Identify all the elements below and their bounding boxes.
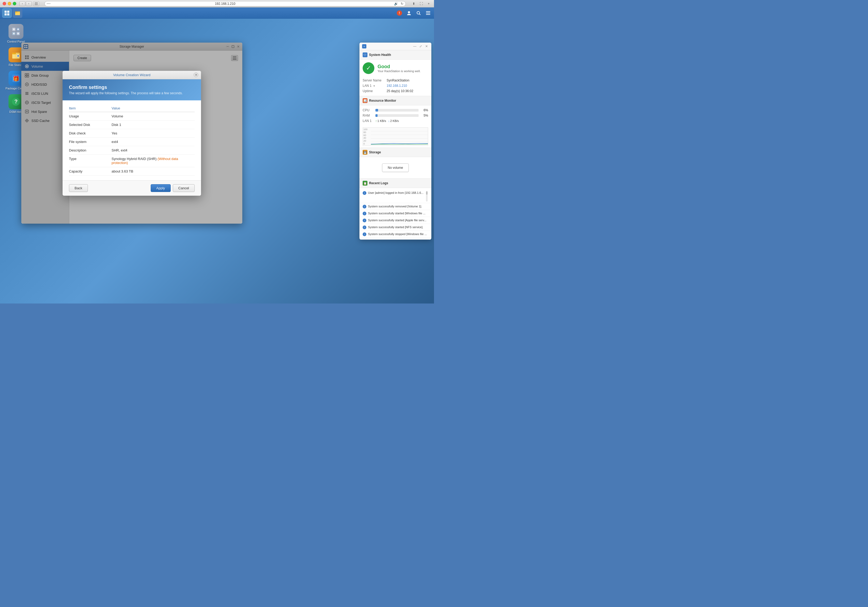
sp-minimize-btn[interactable]: — — [413, 44, 417, 48]
storage-title: Storage — [369, 150, 381, 154]
lan-speed-label: LAN 1 — [363, 119, 373, 123]
svg-point-22 — [13, 28, 15, 30]
health-desc-label: Your RackStation is working well. — [378, 70, 428, 73]
notifications-button[interactable]: ! — [396, 9, 403, 17]
svg-rect-9 — [15, 11, 17, 12]
sp-titlebar: + — ⤢ ✕ — [360, 43, 431, 50]
log-info-icon: i — [363, 205, 366, 209]
sidebar-toggle-button[interactable] — [33, 2, 39, 6]
svg-rect-4 — [7, 11, 9, 13]
cancel-button[interactable]: Cancel — [173, 184, 195, 192]
lan-down-speed: ↓ 2 KB/s — [388, 119, 399, 122]
svg-rect-76 — [426, 191, 428, 195]
ram-label: RAM — [363, 114, 373, 118]
zoom-button[interactable] — [13, 2, 16, 5]
storage-header: 💾 Storage — [360, 148, 431, 157]
log-item: i System successfully removed [Volume 1]… — [360, 203, 431, 210]
svg-rect-28 — [12, 53, 16, 54]
add-tab-button[interactable]: + — [426, 1, 431, 6]
recent-logs-header: 📋 Recent Logs — [360, 179, 431, 188]
close-button[interactable] — [3, 2, 6, 5]
log-text: User [admin] logged in from [192.168.1.6… — [368, 191, 424, 195]
svg-rect-17 — [426, 14, 430, 15]
back-button[interactable]: ‹ — [19, 2, 25, 6]
user-button[interactable] — [405, 9, 413, 17]
wizard-header-title: Confirm settings — [69, 85, 195, 90]
row-desc-label: Description — [69, 148, 112, 152]
mac-nav: ‹ › — [19, 2, 32, 6]
sp-lan-row: LAN 1 ▼ 192.168.1.210 — [363, 83, 428, 88]
sp-expand-btn[interactable]: ⤢ — [418, 44, 423, 48]
sp-close-btn[interactable]: ✕ — [425, 44, 429, 48]
scroll-bar[interactable] — [425, 191, 428, 201]
dsm-toolbar: ! — [0, 8, 434, 19]
cpu-bar — [375, 109, 378, 111]
sp-controls: — ⤢ ✕ — [413, 44, 429, 48]
volume-creation-wizard: Volume Creation Wizard ✕ Confirm setting… — [63, 71, 201, 196]
wizard-close-button[interactable]: ✕ — [194, 73, 198, 77]
storage-manager-window: Storage Manager Overview — [21, 43, 242, 224]
row-capacity-value: about 3.63 TB — [112, 169, 195, 173]
storage-icon: 💾 — [363, 150, 367, 155]
uptime-value: 25 day(s) 10:36:02 — [387, 89, 428, 93]
log-text: System successfully started [Apple file … — [368, 218, 428, 222]
system-health-title: System Health — [369, 53, 391, 57]
system-health-icon: 🛡 — [363, 53, 367, 57]
control-panel-icon[interactable]: Control Panel — [5, 24, 26, 43]
health-status-text: Good Your RackStation is working well. — [378, 64, 428, 73]
cpu-row: CPU 6% — [363, 108, 428, 113]
svg-rect-5 — [5, 13, 7, 15]
wizard-body: Item Value Usage Volume Selected Disk Di… — [63, 101, 201, 180]
wizard-titlebar: Volume Creation Wizard ✕ — [63, 71, 201, 79]
upload-arrow-icon: ↑ — [375, 119, 377, 122]
no-volume-button[interactable]: No volume — [382, 163, 408, 172]
sp-server-name-row: Server Name SynRackStation — [363, 78, 428, 83]
dsm-filestation-button[interactable] — [13, 8, 22, 18]
forward-button[interactable]: › — [26, 2, 32, 6]
minimize-button[interactable] — [8, 2, 11, 5]
options-button[interactable] — [425, 9, 432, 17]
lan-up-speed: ↑ 1 KB/s — [375, 119, 386, 122]
svg-rect-0 — [35, 2, 38, 3]
log-text: System successfully stopped [Windows fil… — [368, 232, 428, 236]
log-text: System successfully started [NFS service… — [368, 225, 428, 229]
resource-monitor-icon: 📊 — [363, 98, 367, 103]
wizard-footer-right: Apply Cancel — [151, 184, 195, 192]
search-button[interactable] — [415, 9, 422, 17]
wizard-footer: Back Apply Cancel — [63, 180, 201, 196]
svg-text:!: ! — [399, 11, 400, 15]
health-status-icon: ✓ — [363, 62, 374, 74]
cpu-label: CPU — [363, 108, 373, 112]
mac-chrome: ‹ › 192.168.1.210 🔊 ↻ ⬆ ⛶ + — [0, 0, 434, 8]
fullscreen-button[interactable]: ⛶ — [418, 1, 424, 6]
svg-rect-15 — [426, 11, 430, 12]
resource-monitor-section: 📊 Resource Monitor CPU 6% RAM 5% — [360, 96, 431, 148]
log-info-icon: i — [363, 191, 366, 195]
url-dots — [47, 3, 50, 4]
dsm-home-button[interactable] — [2, 8, 12, 18]
share-button[interactable]: ⬆ — [411, 1, 417, 6]
table-col-value: Value — [112, 106, 195, 110]
table-row: File system ext4 — [69, 138, 195, 146]
svg-point-25 — [17, 33, 19, 34]
refresh-icon[interactable]: ↻ — [401, 2, 403, 6]
back-button[interactable]: Back — [69, 184, 88, 192]
cpu-pct: 6% — [421, 108, 428, 112]
lan-value[interactable]: 192.168.1.210 — [387, 84, 428, 88]
url-bar[interactable]: 192.168.1.210 🔊 ↻ — [45, 1, 406, 6]
svg-point-12 — [408, 11, 410, 13]
dsm-toolbar-right: ! — [396, 9, 432, 17]
row-capacity-label: Capacity — [69, 169, 112, 173]
control-panel-icon-img — [9, 24, 23, 39]
sound-icon: 🔊 — [394, 2, 398, 6]
wizard-header-desc: The wizard will apply the following sett… — [69, 91, 195, 95]
resource-content: CPU 6% RAM 5% LAN 1 — [360, 105, 431, 125]
health-content: ✓ Good Your RackStation is working well. — [360, 60, 431, 77]
storage-section: 💾 Storage No volume — [360, 148, 431, 179]
row-filesystem-value: ext4 — [112, 140, 195, 144]
log-item: i System successfully started [NFS servi… — [360, 224, 431, 231]
apply-button[interactable]: Apply — [151, 184, 170, 192]
ram-bar — [375, 114, 378, 117]
wizard-overlay: Volume Creation Wizard ✕ Confirm setting… — [21, 43, 242, 224]
sp-info-table: Server Name SynRackStation LAN 1 ▼ 192.1… — [360, 77, 431, 96]
